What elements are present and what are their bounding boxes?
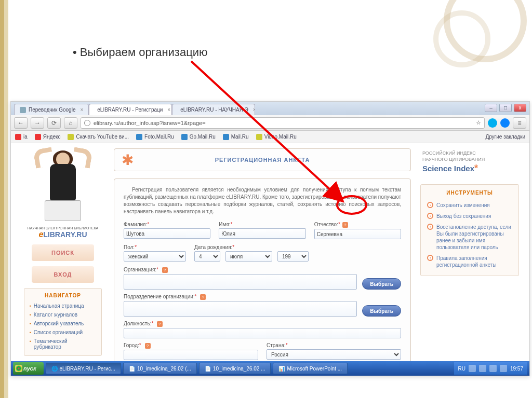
flower-icon: ✱: [122, 152, 134, 169]
browser-tab[interactable]: eLIBRARY.RU - НАУЧНАЯ Э×: [172, 104, 255, 115]
maximize-button[interactable]: □: [499, 104, 512, 112]
nav-item[interactable]: Каталог журналов: [30, 310, 96, 319]
bookmarks-bar: ia Яндекс Скачать YouTube ви... Foto.Mai…: [11, 131, 529, 143]
home-button[interactable]: ⌂: [64, 117, 77, 129]
browser-toolbar: ← → ⟳ ⌂ elibrary.ru/author_info.asp?isne…: [11, 115, 529, 131]
clock: 19:57: [510, 366, 523, 372]
start-button[interactable]: пуск: [13, 362, 44, 375]
screenshot-window: Переводчик Google× eLIBRARY.RU - Регистр…: [10, 101, 530, 376]
bookmark[interactable]: Video.Mail.Ru: [256, 134, 297, 140]
forward-button[interactable]: →: [31, 117, 44, 129]
slide-title: Выбираем организацию: [73, 46, 208, 59]
navigator-panel: НАВИГАТОР Начальная страница Каталог жур…: [24, 288, 102, 356]
department-input[interactable]: [124, 301, 357, 317]
sex-select[interactable]: женский: [124, 251, 186, 262]
bookmark[interactable]: Mail.Ru: [223, 134, 249, 140]
nav-item[interactable]: Список организаций: [30, 328, 96, 337]
hero-image: [29, 148, 97, 221]
surname-input[interactable]: [124, 228, 210, 239]
address-bar[interactable]: elibrary.ru/author_info.asp?isnew=1&rpag…: [81, 117, 485, 129]
bookmark[interactable]: Go.Mail.Ru: [181, 134, 216, 140]
tool-item[interactable]: !Восстановление доступа, если Вы были за…: [427, 222, 512, 253]
taskbar-app[interactable]: 📄10_imedicina_26.02 ...: [199, 363, 271, 374]
registration-form: Регистрация пользователя является необхо…: [114, 179, 411, 361]
dob-day-select[interactable]: 4: [194, 251, 220, 262]
close-icon[interactable]: ×: [80, 107, 83, 113]
select-department-button[interactable]: Выбрать: [362, 305, 401, 317]
close-button[interactable]: x: [514, 104, 526, 112]
position-input[interactable]: [124, 328, 401, 338]
bookmark[interactable]: Foto.Mail.Ru: [136, 134, 174, 140]
browser-tab-strip: Переводчик Google× eLIBRARY.RU - Регистр…: [11, 102, 529, 115]
search-button[interactable]: ПОИСК: [32, 244, 94, 261]
intro-text: Регистрация пользователя является необхо…: [124, 186, 401, 215]
taskbar-app[interactable]: 🌐eLIBRARY.RU - Регис...: [46, 363, 121, 374]
taskbar-app[interactable]: 📄10_imedicina_26.02 (...: [123, 363, 197, 374]
nav-item[interactable]: Авторский указатель: [30, 319, 96, 328]
bookmark-star-icon[interactable]: ☆: [476, 119, 481, 126]
elibrary-logo: НАУЧНАЯ ЭЛЕКТРОННАЯ БИБЛИОТЕКА eLIBRARY.…: [28, 226, 98, 239]
dob-year-select[interactable]: 199: [277, 251, 309, 262]
reload-button[interactable]: ⟳: [47, 117, 61, 129]
close-icon[interactable]: ×: [167, 107, 170, 113]
close-icon[interactable]: ×: [253, 107, 255, 113]
dob-month-select[interactable]: июля: [225, 251, 272, 262]
tool-item[interactable]: !Правила заполнения регистрационной анке…: [427, 253, 512, 270]
browser-tab[interactable]: Переводчик Google×: [14, 104, 89, 115]
minimize-button[interactable]: –: [485, 104, 497, 112]
science-index-logo: РОССИЙСКИЙ ИНДЕКС НАУЧНОГО ЦИТИРОВАНИЯ S…: [420, 148, 519, 177]
windows-taskbar: пуск 🌐eLIBRARY.RU - Регис... 📄10_imedici…: [11, 361, 529, 376]
nav-item[interactable]: Тематический рубрикатор: [30, 337, 96, 351]
name-input[interactable]: [219, 228, 305, 239]
page-banner: ✱ РЕГИСТРАЦИОННАЯ АНКЕТА: [114, 148, 411, 171]
menu-button[interactable]: ≡: [513, 117, 526, 129]
extension-icon[interactable]: [500, 118, 510, 128]
skype-icon[interactable]: [488, 118, 497, 128]
globe-icon: [84, 120, 90, 126]
country-select[interactable]: Россия: [267, 349, 401, 360]
bookmark[interactable]: Скачать YouTube ви...: [68, 134, 129, 140]
bookmark[interactable]: Яндекс: [35, 134, 61, 140]
organization-input[interactable]: [124, 274, 357, 290]
tools-title: ИНСТРУМЕНТЫ: [427, 190, 512, 196]
navigator-title: НАВИГАТОР: [30, 293, 96, 298]
select-organization-button[interactable]: Выбрать: [362, 278, 401, 290]
other-bookmarks[interactable]: Другие закладки: [483, 134, 525, 140]
bookmark[interactable]: ia: [15, 134, 28, 140]
taskbar-app[interactable]: 📊Microsoft PowerPoint ...: [273, 363, 348, 374]
nav-item[interactable]: Начальная страница: [30, 301, 96, 310]
system-tray[interactable]: RU 19:57: [454, 362, 527, 375]
tool-item[interactable]: ›Сохранить изменения: [427, 200, 512, 211]
back-button[interactable]: ←: [14, 117, 28, 129]
browser-tab[interactable]: eLIBRARY.RU - Регистраци×: [89, 104, 172, 115]
login-button[interactable]: ВХОД: [32, 266, 94, 283]
tool-item[interactable]: ›Выход без сохранения: [427, 211, 512, 222]
patronymic-input[interactable]: [314, 229, 401, 239]
city-input[interactable]: [124, 350, 258, 360]
tools-panel: ИНСТРУМЕНТЫ ›Сохранить изменения ›Выход …: [420, 184, 519, 276]
